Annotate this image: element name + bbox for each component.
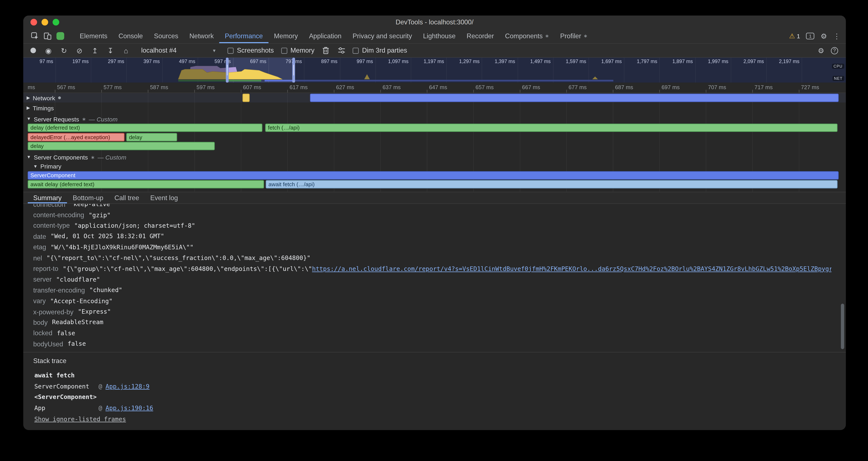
tab-recorder[interactable]: Recorder — [461, 29, 500, 43]
perf-event[interactable] — [310, 94, 839, 102]
titlebar[interactable]: DevTools - localhost:3000/ — [23, 16, 846, 29]
track-header-server-components[interactable]: ▼ Server Components ∗ — Custom — [27, 153, 126, 161]
timeline-overview-minimap[interactable]: 97 ms197 ms297 ms397 ms497 ms597 ms697 m… — [23, 58, 846, 83]
stack-source-link[interactable]: App.js:190:16 — [105, 405, 153, 412]
details-tab-summary[interactable]: Summary — [28, 192, 67, 203]
tab-elements[interactable]: Elements — [74, 29, 113, 43]
header-value-text: "W/\"4b1-RjEJloX9kRinu6F0MAZMmy6E5iA\"" — [51, 244, 193, 251]
tab-memory[interactable]: Memory — [269, 29, 304, 43]
ruler-tick-label: 697 ms — [661, 84, 680, 90]
header-value-link[interactable]: https://a.nel.cloudflare.com/report/v4?s… — [312, 265, 832, 272]
perf-event-servercomponent[interactable]: ServerComponent — [28, 171, 839, 180]
tab-label: Privacy and security — [352, 32, 412, 40]
collapse-triangle-icon[interactable]: ▶ — [27, 105, 30, 110]
header-row: bodyReadableStream — [33, 317, 832, 328]
extension-icon[interactable] — [56, 32, 64, 40]
save-profile-button[interactable]: ↧ — [106, 47, 115, 54]
record-reload-button[interactable]: ◉ — [44, 47, 53, 54]
expand-triangle-icon[interactable]: ▼ — [27, 154, 31, 160]
perf-event-fetch-api[interactable]: fetch (…/api) — [265, 123, 837, 132]
timeline-tracks[interactable]: ▶ Network ▶ Timings ▼ Server Requests ∗ … — [23, 93, 846, 192]
header-value-text: ReadableStream — [52, 319, 103, 326]
tab-application[interactable]: Application — [304, 29, 347, 43]
record-button[interactable] — [29, 48, 37, 53]
tab-privacy-and-security[interactable]: Privacy and security — [347, 29, 417, 43]
minimize-window-button[interactable] — [41, 19, 48, 25]
details-tab-bottom-up[interactable]: Bottom-up — [67, 192, 109, 203]
memory-checkbox[interactable]: Memory — [281, 47, 314, 54]
ruler-tick-label: 687 ms — [615, 84, 633, 90]
tab-label: Components — [505, 32, 543, 40]
header-value: "gzip" — [89, 211, 111, 219]
perf-event-delay-deferred-text[interactable]: delay (deferred text) — [28, 123, 262, 132]
perf-event-await-delay-deferred-text[interactable]: await delay (deferred text) — [28, 180, 264, 189]
stack-at-symbol: @ — [98, 383, 102, 390]
tab-network[interactable]: Network — [184, 29, 219, 43]
zoom-window-left-handle[interactable] — [226, 58, 228, 83]
header-value: "chunked" — [89, 287, 122, 294]
perf-event-delay[interactable]: delay — [126, 133, 177, 141]
settings-gear-icon[interactable]: ⚙ — [818, 47, 824, 54]
track-header-network[interactable]: ▶ Network — [27, 94, 60, 102]
expand-triangle-icon[interactable]: ▼ — [27, 116, 31, 121]
tab-performance[interactable]: Performance — [219, 29, 269, 43]
profile-history-select[interactable]: localhost #4 ▼ — [137, 45, 220, 56]
header-row: content-type"application/json; charset=u… — [33, 221, 832, 231]
overview-tick-label: 997 ms — [342, 59, 373, 64]
details-tab-call-tree[interactable]: Call tree — [109, 192, 145, 203]
perf-event-delay[interactable]: delay — [28, 142, 215, 150]
inspect-icon[interactable] — [31, 32, 39, 40]
console-messages-button[interactable]: 1 — [806, 33, 815, 39]
tab-profiler[interactable]: Profiler∗ — [555, 29, 593, 43]
zoom-window-right-handle[interactable] — [292, 58, 295, 83]
stack-function-name: ServerComponent — [34, 383, 99, 390]
clear-button[interactable]: ⊘ — [75, 47, 84, 54]
ruler-tick-mark — [473, 90, 474, 93]
tab-lighthouse[interactable]: Lighthouse — [417, 29, 461, 43]
ruler-tick-mark — [752, 90, 753, 93]
tab-sources[interactable]: Sources — [149, 29, 184, 43]
header-value-text: "{\"report_to\":\"cf-nel\",\"success_fra… — [46, 255, 311, 262]
collapse-triangle-icon[interactable]: ▶ — [27, 95, 30, 100]
track-label: Network — [33, 94, 55, 101]
console-warnings-button[interactable]: ⚠ 1 — [789, 32, 800, 40]
devtools-window: DevTools - localhost:3000/ ElementsConso… — [23, 16, 846, 430]
zoom-window-button[interactable] — [53, 19, 59, 25]
screenshots-checkbox[interactable]: Screenshots — [227, 47, 274, 54]
net-badge: NET — [832, 76, 844, 81]
kebab-menu-icon[interactable]: ⋮ — [833, 32, 840, 40]
devtools-tabbar: ElementsConsoleSourcesNetworkPerformance… — [23, 29, 846, 44]
collect-garbage-button[interactable] — [322, 47, 330, 54]
perf-event-delayederror-ayed-exception[interactable]: delayedError (…ayed exception) — [28, 133, 125, 141]
dim-3rd-parties-checkbox[interactable]: Dim 3rd parties — [352, 47, 407, 54]
track-handle-dot[interactable] — [58, 96, 61, 99]
reload-button[interactable]: ↻ — [60, 47, 68, 54]
scrollbar-thumb[interactable] — [841, 304, 844, 349]
warning-count: 1 — [797, 33, 800, 39]
perf-event[interactable] — [242, 94, 250, 102]
ruler-tick-label: 717 ms — [754, 84, 773, 90]
tab-components[interactable]: Components∗ — [500, 29, 555, 43]
help-button[interactable]: ? — [831, 47, 838, 54]
expand-triangle-icon[interactable]: ▼ — [33, 164, 38, 169]
capture-settings-button[interactable] — [337, 47, 346, 54]
ruler-tick-mark — [706, 90, 707, 93]
track-header-timings[interactable]: ▶ Timings — [27, 104, 54, 112]
perf-event-await-fetch-api[interactable]: await fetch (…/api) — [266, 180, 837, 189]
track-header-server-requests[interactable]: ▼ Server Requests ∗ — Custom — [27, 115, 118, 123]
track-header-primary[interactable]: ▼ Primary — [33, 162, 62, 170]
device-toolbar-icon[interactable] — [44, 32, 52, 40]
header-value: false — [67, 340, 86, 348]
details-tab-event-log[interactable]: Event log — [145, 192, 183, 203]
tab-console[interactable]: Console — [113, 29, 149, 43]
show-ignore-listed-link[interactable]: Show ignore-listed frames — [34, 415, 126, 423]
load-profile-button[interactable]: ↥ — [91, 47, 99, 54]
close-window-button[interactable] — [31, 19, 37, 25]
tab-label: Recorder — [467, 32, 494, 40]
warning-icon: ⚠ — [789, 32, 795, 40]
live-metrics-button[interactable]: ⌂ — [122, 47, 130, 54]
settings-gear-icon[interactable]: ⚙ — [820, 32, 827, 40]
stack-source-link[interactable]: App.js:128:9 — [105, 383, 150, 390]
stack-trace-title: Stack trace — [33, 357, 67, 365]
overview-tick-label: 1,397 ms — [484, 59, 515, 64]
